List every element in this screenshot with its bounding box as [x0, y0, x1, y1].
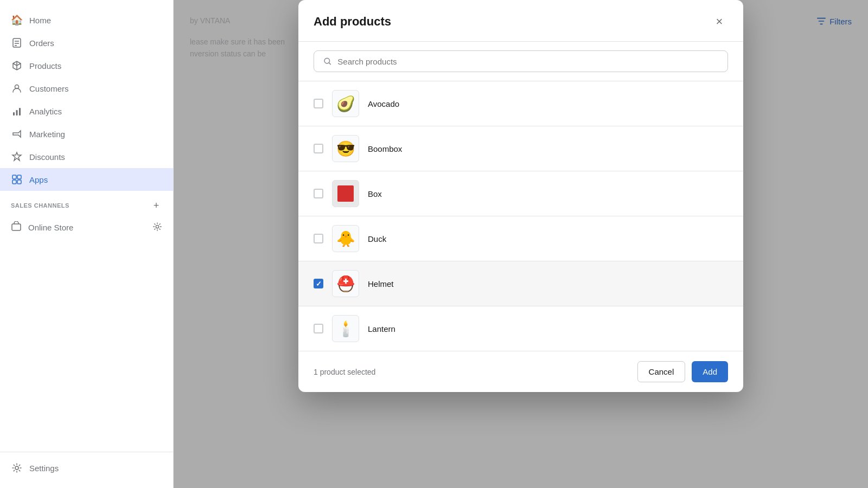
svg-marker-8: [12, 152, 21, 160]
product-checkbox-lantern[interactable]: [314, 324, 323, 333]
search-icon: [323, 56, 332, 66]
orders-icon: [11, 37, 23, 49]
settings-icon: [11, 462, 23, 474]
selected-count: 1 product selected: [314, 368, 375, 376]
settings-section: Settings: [0, 452, 173, 479]
svg-rect-10: [17, 175, 21, 179]
modal-footer: 1 product selected Cancel Add: [298, 351, 743, 392]
sidebar-item-customers[interactable]: Customers: [0, 77, 173, 100]
product-name-helmet: Helmet: [368, 279, 394, 288]
modal-overlay: Add products × 🥑 Avocado: [174, 0, 868, 488]
marketing-icon: [11, 128, 23, 140]
analytics-icon: [11, 105, 23, 117]
product-checkbox-boombox[interactable]: [314, 144, 323, 153]
search-box: [314, 50, 728, 72]
svg-point-15: [15, 466, 18, 470]
svg-rect-7: [19, 108, 21, 115]
product-checkbox-avocado[interactable]: [314, 99, 323, 108]
cancel-button[interactable]: Cancel: [637, 361, 686, 382]
svg-rect-13: [12, 224, 21, 230]
apps-icon: [11, 174, 23, 185]
product-name-lantern: Lantern: [368, 324, 395, 333]
products-icon: [11, 60, 23, 72]
modal-title: Add products: [314, 15, 391, 29]
product-thumbnail-box: [332, 180, 359, 207]
svg-rect-9: [12, 175, 16, 179]
home-icon: 🏠: [11, 14, 23, 26]
product-item-avocado[interactable]: 🥑 Avocado: [298, 81, 743, 126]
customers-icon: [11, 82, 23, 94]
online-store-settings-icon[interactable]: [152, 222, 162, 233]
sidebar-item-settings[interactable]: Settings: [0, 457, 173, 479]
modal-close-button[interactable]: ×: [711, 13, 728, 30]
product-name-box: Box: [368, 189, 382, 198]
sidebar-item-home[interactable]: 🏠 Home: [0, 9, 173, 31]
svg-point-14: [156, 225, 158, 228]
sales-channels-header: SALES CHANNELS +: [0, 191, 173, 216]
product-item-box[interactable]: Box: [298, 171, 743, 216]
search-input[interactable]: [337, 57, 719, 66]
product-checkbox-box[interactable]: [314, 189, 323, 198]
svg-rect-11: [12, 180, 16, 184]
svg-rect-12: [17, 180, 21, 184]
product-thumbnail-lantern: 🕯️: [332, 315, 359, 342]
footer-buttons: Cancel Add: [637, 361, 728, 382]
product-thumbnail-duck: 🐥: [332, 225, 359, 252]
product-item-lantern[interactable]: 🕯️ Lantern: [298, 306, 743, 351]
product-thumbnail-helmet: ⛑️: [332, 270, 359, 297]
discounts-icon: [11, 151, 23, 163]
sidebar-item-products[interactable]: Products: [0, 54, 173, 77]
product-checkbox-duck[interactable]: [314, 234, 323, 243]
product-item-boombox[interactable]: 😎 Boombox: [298, 126, 743, 171]
svg-rect-6: [16, 110, 18, 115]
svg-rect-5: [13, 112, 15, 115]
sidebar-item-orders[interactable]: Orders: [0, 31, 173, 54]
product-name-duck: Duck: [368, 234, 386, 243]
sidebar-item-apps[interactable]: Apps: [0, 168, 173, 191]
product-name-avocado: Avocado: [368, 99, 399, 108]
add-sales-channel-button[interactable]: +: [150, 200, 162, 211]
sidebar-item-analytics[interactable]: Analytics: [0, 100, 173, 123]
product-list: 🥑 Avocado 😎 Boombox Box: [298, 81, 743, 351]
product-checkbox-helmet[interactable]: [314, 279, 323, 288]
sidebar-item-discounts[interactable]: Discounts: [0, 145, 173, 168]
sidebar-item-marketing[interactable]: Marketing: [0, 123, 173, 145]
add-products-modal: Add products × 🥑 Avocado: [298, 0, 743, 392]
main-content: by VNTANA lease make sure it has been nv…: [174, 0, 868, 488]
product-item-duck[interactable]: 🐥 Duck: [298, 216, 743, 261]
product-thumbnail-avocado: 🥑: [332, 90, 359, 117]
product-name-boombox: Boombox: [368, 144, 402, 153]
sidebar-item-online-store[interactable]: Online Store: [0, 216, 173, 239]
product-item-helmet[interactable]: ⛑️ Helmet: [298, 261, 743, 306]
add-button[interactable]: Add: [692, 361, 728, 382]
modal-header: Add products ×: [298, 0, 743, 42]
sidebar: 🏠 Home Orders Products Customers Analyti…: [0, 0, 174, 488]
online-store-icon: [11, 221, 22, 234]
product-thumbnail-boombox: 😎: [332, 135, 359, 162]
search-section: [298, 42, 743, 81]
